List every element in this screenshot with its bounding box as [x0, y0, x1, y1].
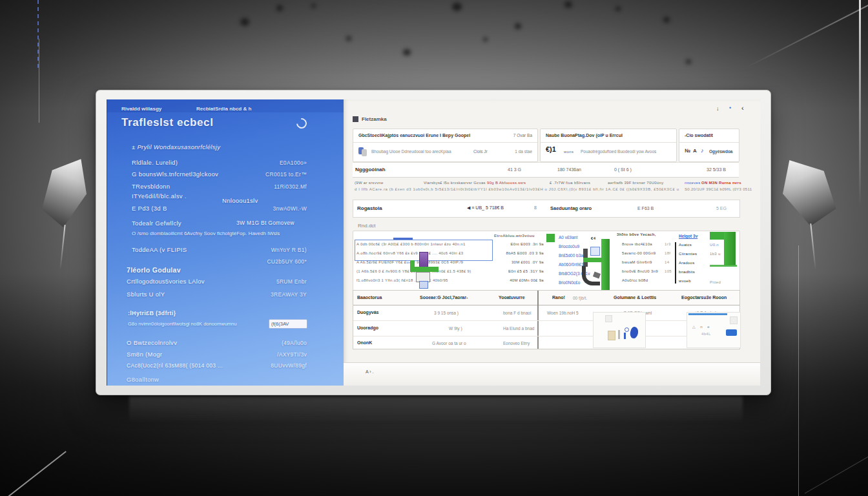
- mid-list-item[interactable]: A0u0/cc b08d: [622, 278, 648, 282]
- monitor-frame: Rivaldd wlilasgy RecbiatSrdia nbcd & h T…: [96, 90, 771, 395]
- green-chart-shape: [707, 232, 738, 269]
- floor-line: [805, 445, 868, 494]
- table-cell: 3 9 15 onsa ): [434, 311, 459, 315]
- person-icon: [624, 333, 626, 339]
- dot-icon[interactable]: •: [729, 105, 731, 111]
- note-segment: (9W ar srsvvne: [355, 181, 384, 185]
- table-row-label[interactable]: Uooradgo: [357, 326, 378, 330]
- sidebar-row-value: 3nwA0WI.-W: [273, 205, 307, 212]
- download-icon[interactable]: ↓: [716, 105, 719, 112]
- sidebar-input[interactable]: (f(6(3AV: [269, 319, 307, 329]
- sidebar-section-title: 7léorlo Godulav: [127, 266, 181, 274]
- right-list-header-link[interactable]: Helgot 3v: [679, 234, 698, 238]
- note-line-2: d I llfb ACare.ra (b £xen d3 1ub0s0t,b 5…: [355, 187, 679, 191]
- card-title: Naube BuonaPtag.Dov (oiP u Errcul: [546, 133, 623, 138]
- product-link[interactable]: A0 v£9ant: [559, 235, 577, 240]
- blue-chip: [590, 247, 600, 256]
- right-list-item[interactable]: Auatcs: [679, 243, 692, 247]
- selection-handle[interactable]: [393, 238, 413, 240]
- summary-card-2[interactable]: Naube BuonaPtag.Dov (oiP u Errcul €)1 wo…: [540, 129, 677, 162]
- right-list-item[interactable]: wvoeb: [679, 279, 691, 283]
- toolbar-controls[interactable]: ◀ ≡ UB_ 5 718€ B: [467, 205, 504, 211]
- products-section-title: Rnd.dct: [358, 223, 376, 229]
- column-header[interactable]: Rano!: [552, 295, 565, 300]
- product-link[interactable]: 8ri£5d00 b3a: [559, 253, 583, 258]
- column-header[interactable]: Golumane & Loettis: [614, 295, 656, 300]
- mid-list-item[interactable]: bwuaM Glnr6ri9: [622, 260, 652, 264]
- card-title-right: 7 Ovar Ba: [513, 133, 532, 138]
- sidebar-input-label: G8o nvimn0óloigoonfilwotsgi no8K donoomw…: [128, 321, 236, 327]
- sidebar-row-value: WnYoY R B1): [271, 247, 307, 253]
- sidebar-title: Trafleslst ecbecl: [121, 116, 214, 129]
- divider: [541, 142, 676, 143]
- cable-line: [39, 39, 39, 123]
- mid-list-item[interactable]: 5avaric-00 00Gn9: [622, 251, 656, 255]
- wall-spot: [483, 37, 488, 41]
- toolbar-right-icons[interactable]: 5 EG: [716, 206, 727, 211]
- monitor-reflection: [129, 397, 743, 424]
- refresh-icon[interactable]: [294, 116, 309, 131]
- back-chevron-icon[interactable]: ‹: [741, 104, 744, 112]
- summary-card-3[interactable]: -Cio swodatit № A ♪ Ogyéswdoa: [679, 129, 739, 162]
- product-link[interactable]: 8riocdo0u9: [559, 244, 579, 249]
- right-list-tick-bar: [675, 242, 676, 284]
- blue-button[interactable]: [726, 329, 737, 336]
- toolbar-right-value[interactable]: E F63 B: [637, 206, 654, 211]
- summary-card-1[interactable]: GbcStoecliKajptós eanuczvuoi Erune I Bep…: [353, 129, 538, 162]
- column-header[interactable]: Baaoctorua: [357, 295, 382, 300]
- note-segment: £ .7r7W fiua b5lrvans: [550, 181, 590, 185]
- table-cell: Eonoveo Etrry: [503, 341, 530, 346]
- sidebar-section-title: :lHytri£B (3dfrti}: [128, 310, 176, 316]
- table-row-label[interactable]: OnonK: [357, 340, 372, 345]
- sidebar-row-label: TRevsbldonn: [132, 183, 170, 190]
- card-body-right: 1 da stae: [515, 149, 532, 154]
- green-connector: [583, 258, 603, 262]
- sidebar-row-label: Rldlale. Lurelid): [132, 159, 178, 166]
- green-bar-vertical: [601, 239, 610, 291]
- right-list-item[interactable]: Aradoos: [679, 261, 694, 265]
- preview-text: 4b4L: [701, 332, 711, 336]
- wall-spot: [276, 5, 283, 11]
- right-list-item[interactable]: bnadbits: [679, 270, 695, 274]
- column-header[interactable]: Yooatuvurre: [499, 295, 525, 300]
- divider: [679, 142, 739, 143]
- stats-row: Ngggoóinah 41 3 G 180 7436an 0 ( St 6 ) …: [353, 162, 739, 178]
- wall-spot: [346, 36, 351, 41]
- amount-value: 30M £001 .0Y 9a: [489, 260, 544, 264]
- mid-list-item[interactable]: 8nove tbc4£10a: [622, 242, 652, 246]
- doc-icon: [608, 331, 615, 340]
- faucet-graphic: €4: [581, 236, 614, 291]
- column-header[interactable]: Eogoctarsu3e Rooon: [681, 295, 727, 300]
- table-row-label[interactable]: Duogyvás: [357, 310, 378, 315]
- sidebar-row-value: E0A100o»: [280, 160, 307, 166]
- mid-list-item[interactable]: bno0vE 8ncU0 3n9: [622, 269, 658, 273]
- footer-breadcrumb[interactable]: A › .: [366, 369, 373, 374]
- sidebar-long-line: O /smo dlomblaoillcmt 6Avcfny Soov ficho…: [132, 231, 280, 236]
- green-bar-horizontal: [410, 267, 439, 272]
- card-body-text: Pouaotrégoduftoed Buodeodi yow Avoos: [581, 149, 656, 154]
- stats-value: 41 3 G: [508, 167, 521, 172]
- note-segment-alert: ON M3N Rurna nvrs: [701, 181, 741, 185]
- column-header[interactable]: Sooeae:G Jócl,7aorar-: [420, 295, 468, 300]
- sidebar-row-label: CAc8(Uoc2(ril 63sM88( (5014 003 ...: [127, 362, 223, 369]
- sidebar-row-value: 8UUvvW/89gf: [271, 362, 307, 369]
- corner-chip: [730, 316, 738, 324]
- toolbar-counter: 8: [534, 205, 537, 210]
- product-row[interactable]: A 0db 00c6£ (3r A00)£ £300 b 800ri0ri 1n…: [356, 242, 466, 246]
- product-link[interactable]: 8rio0N0c£o: [559, 280, 580, 285]
- preview-card-b[interactable]: △ n e 4b4L: [687, 312, 741, 348]
- right-list-item[interactable]: Citramtes: [679, 252, 697, 256]
- blue-header-bar: [688, 313, 727, 315]
- preview-card-a[interactable]: [593, 312, 646, 348]
- note-segment: aerfiwfb 39F brxnwr 70U0óny: [608, 181, 663, 185]
- note-icon: ♪: [701, 147, 704, 154]
- card-title: GbcStoecliKajptós eanuczvuoi Erune I Bep…: [358, 133, 470, 138]
- sidebar-row-value: (49A/lu0o: [282, 340, 307, 346]
- floor-line: [0, 451, 67, 496]
- note-segment-link[interactable]: nnceves: [685, 181, 700, 185]
- flag-shape-icon: [629, 326, 639, 339]
- sidebar-intro-line: ± Prylil Wondaxusasonrfclélsjy: [132, 143, 220, 150]
- sidebar-row-label: ToddeAA (v FLIPIS: [132, 246, 187, 253]
- sidebar-panel: Rivaldd wlilasgy RecbiatSrdia nbcd & h T…: [107, 99, 344, 386]
- right-sconce-stem: [810, 223, 816, 270]
